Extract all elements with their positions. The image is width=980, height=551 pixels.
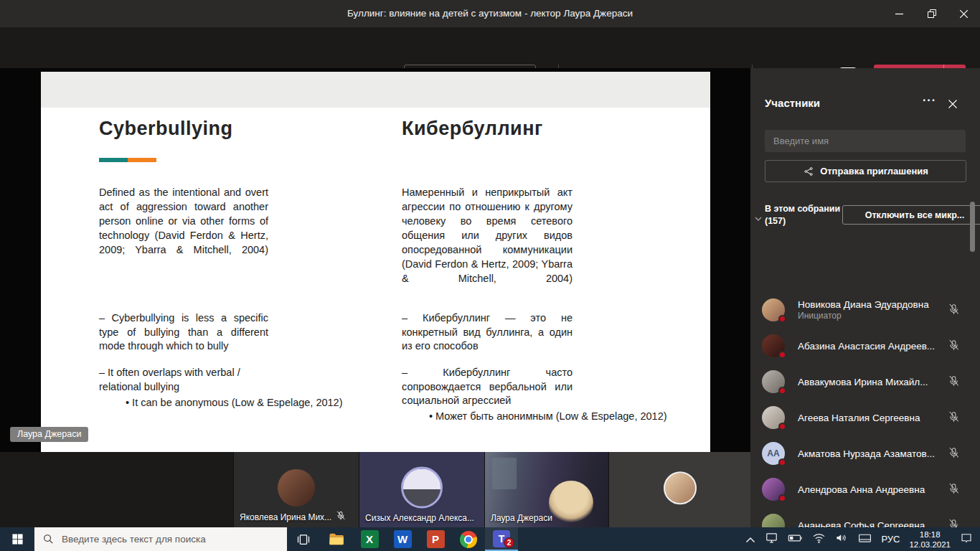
- restore-button[interactable]: [915, 0, 948, 27]
- action-center-icon[interactable]: [960, 532, 973, 547]
- slide-bullet1-en: – Cyberbullying is less a specific type …: [99, 311, 268, 354]
- start-button[interactable]: [0, 527, 34, 551]
- avatar: [278, 468, 315, 506]
- touch-keyboard-icon[interactable]: [858, 532, 872, 547]
- shared-slide: Cyberbullying Defined as the intentional…: [41, 72, 710, 452]
- slide-paragraph-en: Defined as the intentional and overt act…: [99, 185, 268, 257]
- panel-scrollbar[interactable]: [970, 202, 975, 252]
- slide-bullet2-en: – It often overlaps with verbal / relati…: [99, 366, 268, 394]
- invite-button[interactable]: Отправка приглашения: [765, 160, 966, 182]
- avatar-initials-text: АА: [767, 448, 779, 458]
- participant-row[interactable]: Агеева Наталия Сергеевна: [750, 400, 970, 435]
- teams-button-active[interactable]: T 2: [485, 527, 518, 551]
- slide-bullet3-en: • It can be anonymous (Low & Espelage, 2…: [126, 397, 343, 408]
- participant-row[interactable]: АА Акматова Нурзада Азаматов...: [750, 435, 970, 471]
- status-busy-dot: [778, 351, 786, 359]
- mic-muted-icon: [948, 519, 960, 527]
- participant-row[interactable]: Ананьева Софья Сергеевна: [750, 507, 970, 527]
- chrome-button[interactable]: [452, 527, 485, 551]
- hidden-icons-chevron[interactable]: [745, 533, 755, 546]
- mic-muted-icon: [948, 339, 960, 354]
- status-busy-dot: [778, 387, 786, 395]
- video-tile[interactable]: Сизых Александр Алекса...: [359, 452, 484, 527]
- taskbar-clock[interactable]: 18:18 12.03.2021: [909, 529, 951, 550]
- avatar: [762, 370, 785, 393]
- panel-title: Участники: [765, 97, 820, 109]
- avatar: [762, 514, 785, 527]
- mic-muted-icon: [948, 411, 960, 426]
- section-collapse-button[interactable]: [755, 212, 762, 225]
- participant-name: Абазина Анастасия Андреев...: [798, 341, 941, 352]
- panel-close-button[interactable]: [946, 97, 960, 111]
- powerpoint-button[interactable]: P: [419, 527, 452, 551]
- slide-title-ru: Кибербуллинг: [402, 118, 543, 140]
- video-tile[interactable]: Яковлева Ирина Мих...: [233, 452, 359, 527]
- wifi-icon[interactable]: [812, 532, 826, 547]
- tile-name: Яковлева Ирина Мих...: [240, 512, 331, 522]
- close-button[interactable]: [948, 0, 980, 27]
- participant-name: Акматова Нурзада Азаматов...: [798, 448, 941, 459]
- search-icon: [42, 533, 55, 545]
- tile-name: Лаура Джераси: [491, 513, 552, 523]
- slide-bullet1-ru: – Кибербуллинг — это не конкретный вид б…: [402, 311, 573, 354]
- participant-row[interactable]: Аввакумова Ирина Михайл...: [750, 364, 970, 400]
- participant-name: Новикова Диана Эдуардовна: [798, 299, 941, 310]
- minimize-button[interactable]: [883, 0, 915, 27]
- window-titlebar: Буллинг: влияние на детей с аутизмом - л…: [0, 0, 980, 27]
- panel-more-button[interactable]: ···: [923, 94, 936, 107]
- participant-name: Алендрова Анна Андреевна: [798, 484, 941, 495]
- meeting-toolbar: 51:15 Запросить управление ••• Выйти: [0, 27, 980, 68]
- windows-taskbar: Введите здесь текст для поиска X W P T 2…: [0, 527, 980, 551]
- task-view-icon: [296, 532, 311, 547]
- participant-row[interactable]: Абазина Анастасия Андреев...: [750, 328, 970, 364]
- section-label: В этом собрании (157): [765, 203, 842, 227]
- windows-logo-icon: [11, 533, 24, 545]
- mic-muted-icon: [948, 375, 960, 390]
- excel-button[interactable]: X: [353, 527, 386, 551]
- powerpoint-icon: P: [427, 530, 445, 548]
- mic-muted-icon: [948, 447, 960, 462]
- slide-title-en: Cyberbullying: [99, 118, 233, 140]
- system-tray: РУС 18:18 12.03.2021: [745, 527, 980, 551]
- teams-notification-badge: 2: [504, 537, 514, 548]
- close-icon: [948, 100, 957, 108]
- mic-muted-icon: [948, 303, 960, 319]
- taskbar-search[interactable]: Введите здесь текст для поиска: [34, 527, 287, 551]
- display-icon[interactable]: [765, 531, 778, 547]
- presenter-name-tag: Лаура Джераси: [10, 427, 88, 442]
- participant-name: Ананьева Софья Сергеевна: [798, 520, 941, 528]
- language-indicator[interactable]: РУС: [881, 534, 900, 545]
- chevron-down-icon: [755, 217, 762, 222]
- presenter-video-face: [549, 481, 593, 525]
- slide-accent-bar: [99, 158, 156, 162]
- minimize-icon: [895, 10, 903, 18]
- slide-paragraph-ru: Намеренный и неприкрытый акт агрессии по…: [402, 185, 573, 286]
- battery-icon[interactable]: [788, 532, 803, 547]
- file-explorer-icon: [328, 530, 346, 548]
- window-title: Буллинг: влияние на детей с аутизмом - л…: [0, 0, 980, 27]
- video-window-light: [492, 458, 517, 489]
- restore-icon: [928, 9, 936, 18]
- avatar: [762, 298, 785, 321]
- participant-row[interactable]: Алендрова Анна Андреевна: [750, 471, 970, 507]
- presentation-stage: Cyberbullying Defined as the intentional…: [0, 68, 750, 452]
- video-tile[interactable]: [608, 452, 750, 527]
- participant-row[interactable]: Новикова Диана ЭдуардовнаИнициатор: [750, 292, 970, 328]
- file-explorer-button[interactable]: [320, 527, 353, 551]
- participant-search-input[interactable]: [765, 130, 966, 152]
- word-button[interactable]: W: [386, 527, 419, 551]
- status-busy-dot: [778, 458, 786, 466]
- search-placeholder: Введите здесь текст для поиска: [62, 534, 206, 545]
- mute-all-button[interactable]: Отключить все микр...: [842, 205, 980, 225]
- word-icon: W: [394, 530, 412, 548]
- video-tile[interactable]: Лаура Джераси: [484, 452, 608, 527]
- close-icon: [960, 10, 968, 18]
- avatar-initials: АА: [762, 442, 785, 465]
- status-busy-dot: [778, 423, 786, 430]
- participants-panel: Участники ··· Отправка приглашения В это…: [750, 68, 980, 527]
- slide-bullet3-ru: • Может быть анонимным (Low & Espelage, …: [429, 410, 667, 422]
- avatar: [762, 478, 785, 501]
- volume-icon[interactable]: [835, 532, 849, 547]
- share-link-icon: [803, 166, 814, 177]
- task-view-button[interactable]: [287, 527, 320, 551]
